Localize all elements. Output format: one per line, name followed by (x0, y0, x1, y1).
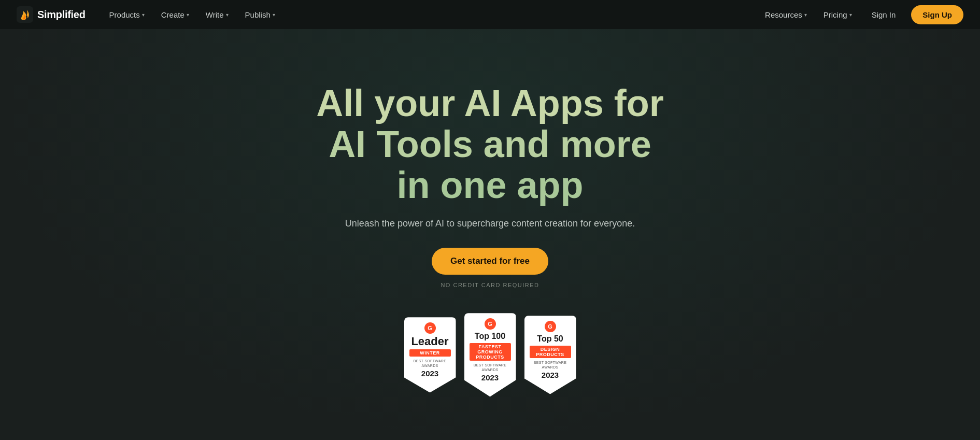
hero-title-line3: in one app (397, 164, 584, 206)
nav-pricing[interactable]: Pricing ▾ (816, 6, 859, 23)
chevron-down-icon: ▾ (187, 12, 189, 18)
badge-year: 2023 (542, 371, 559, 379)
g2-icon: G (485, 318, 496, 330)
chevron-down-icon: ▾ (804, 12, 807, 18)
badge-year: 2023 (481, 373, 499, 382)
nav-resources[interactable]: Resources ▾ (758, 6, 814, 23)
nav-create[interactable]: Create ▾ (154, 6, 196, 23)
nav-write[interactable]: Write ▾ (198, 6, 236, 23)
badge-red-label: Design Products (530, 346, 571, 358)
badge-main-text: Top 100 (475, 332, 505, 341)
logo-icon (17, 6, 33, 23)
no-cc-text: NO CREDIT CARD REQUIRED (441, 282, 539, 288)
badge-red-label: Fastest Growing Products (470, 343, 511, 361)
hero-title: All your AI Apps for AI Tools and more i… (316, 83, 664, 206)
nav-publish[interactable]: Publish ▾ (238, 6, 282, 23)
g2-icon: G (545, 321, 556, 332)
signin-button[interactable]: Sign In (861, 6, 906, 23)
nav-left: Products ▾ Create ▾ Write ▾ Publish ▾ (102, 6, 430, 23)
badge-sub-text: BEST SOFTWARE AWARDS (470, 363, 511, 372)
chevron-down-icon: ▾ (142, 12, 145, 18)
badge-leader: G Leader WINTER BEST SOFTWARE AWARDS 202… (404, 317, 456, 392)
badge-main-text: Leader (411, 336, 448, 347)
nav-right: Resources ▾ Pricing ▾ Sign In Sign Up (758, 5, 963, 24)
nav-products[interactable]: Products ▾ (102, 6, 152, 23)
badge-sub-text: BEST SOFTWARE AWARDS (530, 360, 571, 370)
hero-title-line2: AI Tools and more (329, 123, 651, 165)
g2-icon: G (424, 322, 436, 334)
signup-button[interactable]: Sign Up (911, 5, 963, 24)
logo-link[interactable]: Simplified (17, 6, 86, 23)
chevron-down-icon: ▾ (226, 12, 229, 18)
badge-top50: G Top 50 Design Products BEST SOFTWARE A… (524, 316, 576, 394)
badge-main-text: Top 50 (537, 334, 563, 344)
hero-section: All your AI Apps for AI Tools and more i… (0, 29, 980, 440)
chevron-down-icon: ▾ (273, 12, 275, 18)
hero-subtitle: Unleash the power of AI to supercharge c… (345, 218, 635, 229)
badge-year: 2023 (421, 369, 438, 378)
badge-top100: G Top 100 Fastest Growing Products BEST … (464, 313, 516, 396)
logo-text: Simplified (37, 9, 86, 21)
badges-section: G Leader WINTER BEST SOFTWARE AWARDS 202… (404, 313, 576, 396)
badge-red-label: WINTER (409, 349, 451, 357)
chevron-down-icon: ▾ (849, 12, 852, 18)
cta-button[interactable]: Get started for free (432, 248, 548, 275)
navbar: Simplified Products ▾ Create ▾ Write ▾ P… (0, 0, 980, 29)
hero-title-line1: All your AI Apps for (316, 82, 664, 124)
badge-sub-text: BEST SOFTWARE AWARDS (409, 359, 451, 368)
